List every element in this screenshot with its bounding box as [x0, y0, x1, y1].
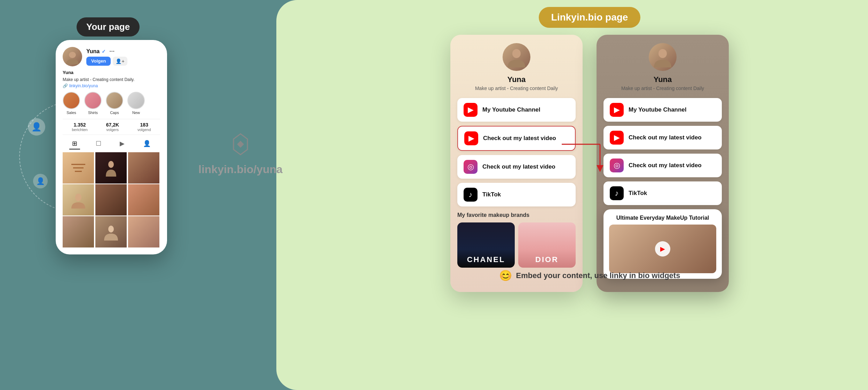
highlight-shirts[interactable]: Shirts: [84, 92, 102, 115]
svg-marker-9: [597, 165, 603, 172]
profile-header: Yuna ✓ ··· Volgen 👤+: [63, 47, 160, 66]
highlights-row: Sales Shirts Caps New: [63, 92, 160, 115]
sp-link-label-2: Check out my latest video: [629, 134, 702, 141]
stat-followers: 67,2K volgers: [106, 122, 119, 132]
sp-link-instagram[interactable]: ◎ Check out my latest video: [603, 154, 722, 177]
brand-dior-bg: DIOR: [518, 222, 576, 268]
bio-name: Yuna: [63, 70, 160, 75]
highlight-sales[interactable]: Sales: [63, 92, 80, 115]
sp-bio: Make up artist - Creating content Daily: [603, 86, 722, 91]
tiktok-icon-1: ♪: [464, 188, 478, 202]
username: Yuna: [86, 48, 100, 55]
person-icon-2: 👤: [36, 177, 45, 185]
tab-video[interactable]: ▶: [117, 138, 127, 149]
lp-link-label-2: Check out my latest video: [483, 135, 556, 142]
username-row: Yuna ✓ ···: [86, 48, 160, 55]
tab-tag[interactable]: 👤: [140, 138, 153, 149]
photo-cell-1[interactable]: [63, 152, 94, 184]
avatar: [63, 47, 82, 66]
brands-grid: CHANEL DIOR: [457, 222, 576, 268]
follow-button[interactable]: Volgen: [86, 57, 111, 66]
link-icon: 🔗: [63, 83, 68, 88]
svg-point-0: [69, 52, 76, 58]
highlight-circle-shirts: [84, 92, 102, 109]
bio-desc: Make up artist - Creating content Daily.: [63, 77, 160, 82]
stat-following-label: volgend: [137, 128, 151, 132]
deco-person-2: 👤: [33, 174, 48, 188]
phones-row: Yuna Make up artist - Creating content D…: [450, 35, 729, 292]
brand-dior[interactable]: DIOR: [518, 222, 576, 268]
youtube-icon-2: ▶: [464, 131, 478, 145]
add-person-button[interactable]: 👤+: [113, 57, 127, 66]
highlight-caps[interactable]: Caps: [106, 92, 123, 115]
stat-followers-num: 67,2K: [106, 122, 119, 128]
photo-cell-9[interactable]: [128, 216, 159, 247]
verified-icon: ✓: [102, 49, 106, 54]
photo-cell-8[interactable]: [95, 216, 127, 247]
lp-bio: Make up artist - Creating content Daily: [457, 86, 576, 91]
brands-title: My favorite makeup brands: [457, 212, 576, 218]
photo-cell-4[interactable]: [63, 184, 94, 216]
lp-name: Yuna: [457, 75, 576, 84]
brand-chanel-bg: CHANEL: [457, 222, 515, 268]
stat-posts: 1.352 berichten: [72, 122, 87, 132]
lp-link-tiktok[interactable]: ♪ TikTok: [457, 183, 576, 206]
photo-cell-6[interactable]: [128, 184, 159, 216]
lp-link-label-3: Check out my latest video: [482, 163, 555, 170]
highlight-circle-caps: [106, 92, 123, 109]
tab-reels[interactable]: ☐: [93, 138, 104, 149]
sp-link-youtube-2[interactable]: ▶ Check out my latest video: [603, 126, 722, 149]
highlight-label-sales: Sales: [66, 111, 76, 115]
tab-grid[interactable]: ⊞: [69, 138, 80, 149]
popup-card: Ultimate Everyday MakeUp Tutorial ▶: [603, 209, 722, 279]
sp-link-label-3: Check out my latest video: [629, 162, 702, 169]
video-thumbnail[interactable]: ▶: [609, 225, 716, 273]
lp-link-instagram[interactable]: ◎ Check out my latest video: [457, 155, 576, 179]
svg-point-10: [512, 49, 521, 58]
photo-cell-3[interactable]: [128, 152, 159, 184]
smiley-icon: 😊: [499, 269, 512, 282]
linkyin-badge: Linkyin.bio page: [539, 7, 641, 28]
photo-cell-5[interactable]: [95, 184, 127, 216]
photo-cell-2[interactable]: [95, 152, 127, 184]
stats-row: 1.352 berichten 67,2K volgers 183 volgen…: [63, 119, 160, 135]
deco-person-1: 👤: [28, 118, 45, 136]
stat-posts-num: 1.352: [72, 122, 87, 128]
svg-point-4: [108, 161, 114, 168]
sp-link-label-1: My Youtube Channel: [629, 106, 687, 113]
stat-posts-label: berichten: [72, 128, 87, 132]
youtube-icon-1: ▶: [464, 103, 478, 117]
sp-name: Yuna: [603, 75, 722, 84]
play-button[interactable]: ▶: [655, 241, 670, 257]
embed-text: Embed your content, use linky in bio wid…: [516, 271, 680, 280]
brand-dior-label: DIOR: [535, 255, 559, 264]
highlight-circle-new: [127, 92, 145, 109]
your-page-badge: Your page: [77, 17, 140, 36]
arrow-indicator: [562, 134, 617, 176]
lp-link-youtube-1[interactable]: ▶ My Youtube Channel: [457, 98, 576, 122]
highlight-label-caps: Caps: [110, 111, 119, 115]
sp-link-label-4: TikTok: [629, 190, 647, 197]
more-icon: ···: [109, 48, 115, 55]
lp-link-label-1: My Youtube Channel: [482, 106, 540, 113]
svg-point-6: [108, 226, 114, 233]
highlight-label-new: New: [132, 111, 140, 115]
photo-cell-7[interactable]: [63, 216, 94, 247]
sp-link-tiktok[interactable]: ♪ TikTok: [603, 181, 722, 205]
instagram-icon-1: ◎: [464, 160, 478, 174]
highlight-label-shirts: Shirts: [88, 111, 98, 115]
logo-icon: [198, 132, 283, 160]
center-logo: linkyin.bio/yuna: [198, 132, 283, 176]
embed-row: 😊 Embed your content, use linky in bio w…: [499, 269, 680, 282]
bio-link[interactable]: 🔗 linkyin.bio/yuna: [63, 83, 160, 88]
highlight-new[interactable]: New: [127, 92, 145, 115]
lp-avatar: [503, 43, 530, 71]
lp-link-youtube-2[interactable]: ▶ Check out my latest video: [457, 126, 576, 151]
sp-tiktok-icon: ♪: [610, 186, 624, 200]
sp-link-youtube-1[interactable]: ▶ My Youtube Channel: [603, 98, 722, 122]
phone-frame: Yuna ✓ ··· Volgen 👤+ Yuna Make up artist…: [56, 40, 167, 254]
stat-following: 183 volgend: [137, 122, 151, 132]
highlight-circle-sales: [63, 92, 80, 109]
brand-chanel[interactable]: CHANEL: [457, 222, 515, 268]
right-section: Linkyin.bio page Yuna Make up artist - C…: [329, 7, 851, 292]
